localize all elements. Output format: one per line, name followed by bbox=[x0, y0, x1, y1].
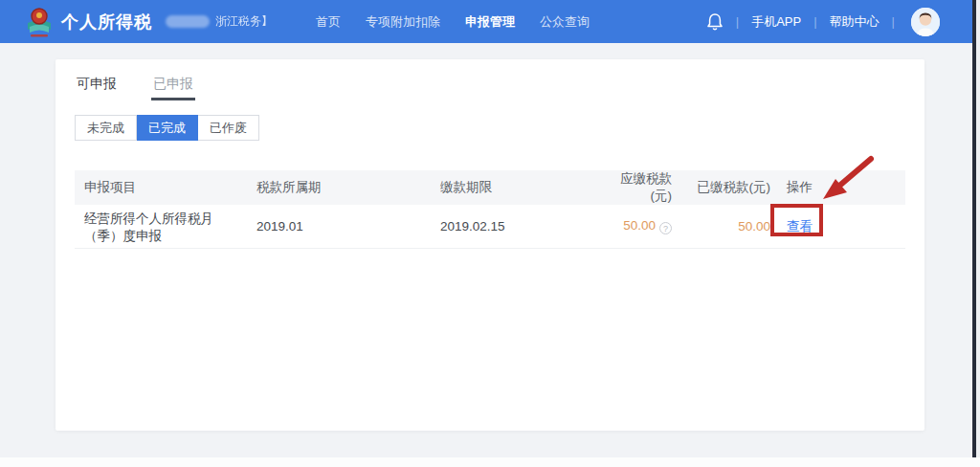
cell-tax-paid: 50.00 bbox=[681, 219, 780, 234]
divider: | bbox=[736, 14, 739, 29]
tax-bureau-logo-icon bbox=[25, 7, 54, 41]
mobile-app-link[interactable]: 手机APP bbox=[751, 13, 801, 31]
nav-item-special-deduction[interactable]: 专项附加扣除 bbox=[366, 13, 440, 31]
cell-tax-payable: 50.00? bbox=[593, 218, 681, 234]
main-nav: 首页 专项附加扣除 申报管理 公众查询 bbox=[303, 13, 602, 31]
tab-declared[interactable]: 已申报 bbox=[151, 72, 195, 100]
top-header-bar: 个人所得税 浙江税务】 首页 专项附加扣除 申报管理 公众查询 | 手机APP … bbox=[0, 0, 980, 43]
nav-item-home[interactable]: 首页 bbox=[316, 13, 341, 31]
col-header-tax-payable: 应缴税款(元) bbox=[593, 170, 681, 205]
app-title: 个人所得税 bbox=[61, 11, 152, 33]
tax-paid-amount: 50.00 bbox=[738, 219, 770, 234]
screenshot-right-margin bbox=[976, 0, 980, 467]
declaration-tabs: 可申报 已申报 bbox=[75, 72, 905, 100]
divider: | bbox=[892, 14, 895, 29]
col-header-tax-paid: 已缴税款(元) bbox=[681, 179, 780, 196]
header-right-cluster: | 手机APP | 帮助中心 | bbox=[706, 8, 940, 36]
filter-unfinished-button[interactable]: 未完成 bbox=[75, 115, 137, 141]
nav-item-public-query[interactable]: 公众查询 bbox=[540, 13, 590, 31]
nav-item-declaration-management[interactable]: 申报管理 bbox=[465, 13, 515, 31]
help-center-link[interactable]: 帮助中心 bbox=[830, 13, 880, 31]
table-row: 经营所得个人所得税月（季）度申报 2019.01 2019.02.15 50.0… bbox=[75, 205, 905, 249]
content-card: 可申报 已申报 未完成 已完成 已作废 申报项目 税款所属期 缴款期限 应缴税款… bbox=[56, 59, 924, 431]
filter-voided-button[interactable]: 已作废 bbox=[198, 115, 259, 141]
screenshot-bottom-edge bbox=[0, 457, 980, 467]
cell-project: 经营所得个人所得税月（季）度申报 bbox=[75, 209, 247, 245]
col-header-project: 申报项目 bbox=[75, 179, 247, 196]
divider: | bbox=[813, 14, 816, 29]
col-header-action: 操作 bbox=[780, 179, 905, 196]
filter-finished-button[interactable]: 已完成 bbox=[137, 115, 198, 141]
brand-home-link[interactable]: 个人所得税 浙江税务】 bbox=[25, 5, 273, 39]
user-avatar[interactable] bbox=[911, 8, 940, 36]
region-label: 浙江税务】 bbox=[215, 13, 273, 30]
view-link[interactable]: 查看 bbox=[787, 219, 813, 234]
tab-declarable[interactable]: 可申报 bbox=[75, 72, 119, 100]
status-filter-group: 未完成 已完成 已作废 bbox=[75, 115, 905, 141]
col-header-payment-deadline: 缴款期限 bbox=[431, 179, 593, 196]
declaration-table: 申报项目 税款所属期 缴款期限 应缴税款(元) 已缴税款(元) 操作 经营所得个… bbox=[75, 170, 905, 249]
bell-icon[interactable] bbox=[706, 12, 724, 32]
blurred-username bbox=[166, 15, 210, 28]
question-circle-icon[interactable]: ? bbox=[659, 222, 672, 234]
col-header-tax-period: 税款所属期 bbox=[247, 179, 431, 196]
screenshot-right-edge bbox=[972, 0, 976, 467]
cell-action: 查看 bbox=[780, 218, 905, 235]
tax-payable-amount: 50.00 bbox=[623, 218, 656, 233]
cell-payment-deadline: 2019.02.15 bbox=[431, 219, 593, 234]
cell-tax-period: 2019.01 bbox=[247, 219, 431, 234]
table-header-row: 申报项目 税款所属期 缴款期限 应缴税款(元) 已缴税款(元) 操作 bbox=[75, 170, 905, 205]
avatar-person-icon bbox=[911, 8, 940, 36]
